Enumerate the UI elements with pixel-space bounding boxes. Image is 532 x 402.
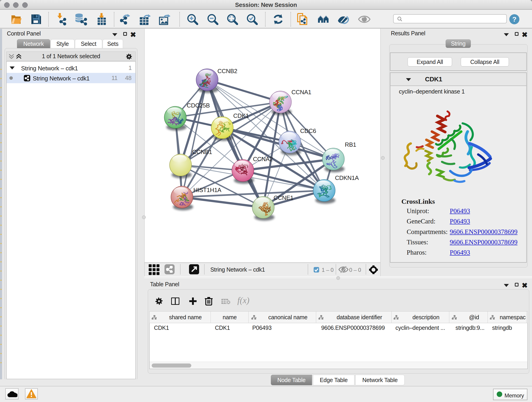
svg-text:CDC6: CDC6 — [300, 128, 316, 134]
svg-text:CCNB1: CCNB1 — [192, 148, 212, 155]
svg-text:HIST1H1A: HIST1H1A — [193, 186, 222, 193]
svg-text:CCNA1: CCNA1 — [291, 89, 311, 96]
svg-text:CDC25B: CDC25B — [187, 102, 210, 109]
svg-text:CCNE1: CCNE1 — [273, 194, 293, 201]
svg-text:CDK1: CDK1 — [233, 112, 249, 119]
svg-text:CDKN1A: CDKN1A — [335, 174, 359, 181]
svg-text:CCNB2: CCNB2 — [217, 68, 237, 75]
svg-text:CCNA2: CCNA2 — [253, 156, 273, 162]
svg-text:RB1: RB1 — [345, 141, 356, 148]
